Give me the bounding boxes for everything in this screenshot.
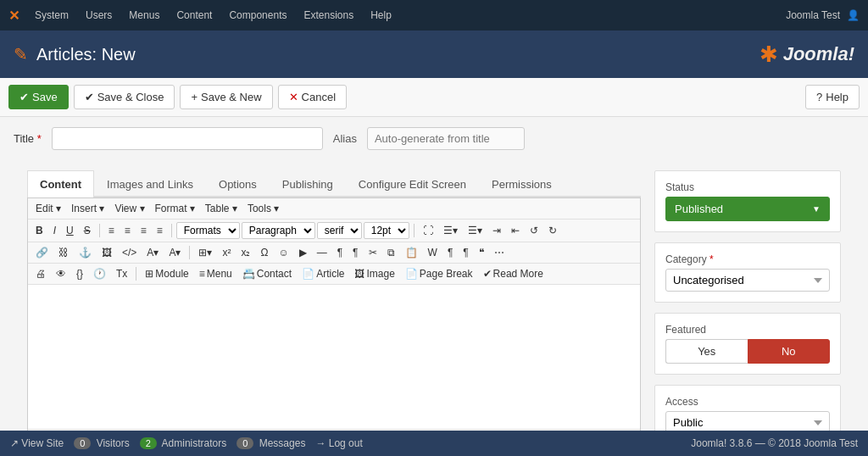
editor-menu-tools[interactable]: Tools ▾ <box>243 201 283 216</box>
formats-select[interactable]: Formats <box>176 222 240 239</box>
indent-button[interactable]: ⇥ <box>488 223 505 238</box>
align-center-button[interactable]: ≡ <box>120 223 135 238</box>
show-blocks-button[interactable]: ¶ <box>443 245 457 260</box>
page-break-button[interactable]: 📄 Page Break <box>401 266 477 281</box>
media-button[interactable]: ▶ <box>295 245 311 260</box>
tab-publishing[interactable]: Publishing <box>270 170 346 197</box>
tab-options[interactable]: Options <box>206 170 270 197</box>
joomla-brand-icon[interactable]: ✕ <box>8 8 19 24</box>
help-button[interactable]: ? Help <box>805 85 860 109</box>
image-insert-button[interactable]: 🖼 <box>97 245 116 260</box>
image-button[interactable]: 🖼 Image <box>350 266 398 281</box>
emoticons-button[interactable]: ☺ <box>274 245 292 260</box>
save-button[interactable]: ✔ Save <box>8 85 69 109</box>
quote-button[interactable]: ❝ <box>475 245 488 260</box>
clock-button[interactable]: 🕐 <box>89 266 110 281</box>
logout-link[interactable]: → Log out <box>315 437 362 449</box>
article-icon: 📄 <box>302 268 314 280</box>
alias-input[interactable] <box>367 127 525 150</box>
category-required-marker: * <box>709 253 714 265</box>
font-select[interactable]: serif <box>317 222 362 239</box>
subscript-button[interactable]: x₂ <box>236 245 254 260</box>
editor-menu-insert[interactable]: Insert ▾ <box>67 201 108 216</box>
visitors-item[interactable]: 0 Visitors <box>74 437 130 449</box>
tab-content[interactable]: Content <box>27 170 94 197</box>
source-button[interactable]: {} <box>72 266 87 281</box>
ltr-button[interactable]: ¶ <box>333 245 347 260</box>
menu-button[interactable]: ≡ Menu <box>195 266 236 281</box>
rtl-button[interactable]: ¶ <box>348 245 362 260</box>
editor-menu-view[interactable]: View ▾ <box>110 201 148 216</box>
paste-word-button[interactable]: W <box>424 245 442 260</box>
nav-extensions[interactable]: Extensions <box>297 4 360 26</box>
visitors-badge: 0 <box>74 437 91 449</box>
category-select[interactable]: Uncategorised <box>665 269 830 292</box>
fullscreen-button[interactable]: ⛶ <box>419 223 437 238</box>
user-icon[interactable]: 👤 <box>847 9 860 21</box>
article-button[interactable]: 📄 Article <box>298 266 348 281</box>
code-button[interactable]: </> <box>118 245 141 260</box>
edit-article-icon: ✎ <box>14 44 28 64</box>
more-button[interactable]: ⋯ <box>490 245 509 260</box>
read-more-button[interactable]: ✔ Read More <box>479 266 548 281</box>
print-button[interactable]: 🖨 <box>31 266 50 281</box>
nav-users[interactable]: Users <box>79 4 119 26</box>
save-close-button[interactable]: ✔ Save & Close <box>74 85 175 109</box>
nav-menus[interactable]: Menus <box>122 4 166 26</box>
list-bullet-button[interactable]: ☰▾ <box>439 223 462 238</box>
cut-button[interactable]: ✂ <box>364 245 381 260</box>
copy-button[interactable]: ⧉ <box>383 245 399 260</box>
preview-button[interactable]: 👁 <box>52 266 70 281</box>
featured-yes-button[interactable]: Yes <box>665 339 748 364</box>
hr-button[interactable]: — <box>313 245 331 260</box>
paragraph-select[interactable]: Paragraph <box>242 222 315 239</box>
nav-components[interactable]: Components <box>222 4 293 26</box>
admins-item[interactable]: 2 Administrators <box>140 437 226 449</box>
view-site-link[interactable]: ↗ View Site <box>10 437 64 449</box>
editor-menu-row: Edit ▾ Insert ▾ View ▾ Format ▾ Table ▾ … <box>28 198 640 220</box>
title-input[interactable] <box>52 127 323 150</box>
status-select-button[interactable]: Published ▼ <box>665 197 830 221</box>
cancel-button[interactable]: ✕ Cancel <box>278 85 347 109</box>
user-name[interactable]: Joomla Test <box>786 9 840 21</box>
editor-menu-edit[interactable]: Edit ▾ <box>31 201 65 216</box>
module-button[interactable]: ⊞ Module <box>141 266 192 281</box>
strikethrough-button[interactable]: S <box>80 223 95 238</box>
unlink-button[interactable]: ⛓ <box>54 245 73 260</box>
clear-button[interactable]: Tx <box>112 266 131 281</box>
tab-permissions[interactable]: Permissions <box>479 170 565 197</box>
editor-content[interactable] <box>28 285 640 429</box>
align-right-button[interactable]: ≡ <box>136 223 151 238</box>
bold-button[interactable]: B <box>31 223 47 238</box>
align-left-button[interactable]: ≡ <box>104 223 119 238</box>
underline-button[interactable]: U <box>62 223 78 238</box>
tab-images-links[interactable]: Images and Links <box>94 170 206 197</box>
special-chars-button[interactable]: Ω <box>256 245 272 260</box>
contact-button[interactable]: 📇 Contact <box>238 266 296 281</box>
paste-button[interactable]: 📋 <box>401 245 422 260</box>
text-color-button[interactable]: A▾ <box>142 245 163 260</box>
undo-button[interactable]: ↺ <box>526 223 542 238</box>
bg-color-button[interactable]: A▾ <box>164 245 185 260</box>
align-justify-button[interactable]: ≡ <box>153 223 167 238</box>
featured-no-button[interactable]: No <box>748 339 831 364</box>
toolbar-sep-1 <box>99 224 100 237</box>
nav-help[interactable]: Help <box>364 4 398 26</box>
superscript-button[interactable]: x² <box>218 245 235 260</box>
tab-configure-edit-screen[interactable]: Configure Edit Screen <box>346 170 479 197</box>
list-numbered-button[interactable]: ☰▾ <box>464 223 487 238</box>
italic-button[interactable]: I <box>49 223 60 238</box>
link-button[interactable]: 🔗 <box>31 245 53 260</box>
pilcrow-button[interactable]: ¶ <box>459 245 472 260</box>
table-button[interactable]: ⊞▾ <box>194 245 216 260</box>
save-new-button[interactable]: + Save & New <box>180 85 272 109</box>
redo-button[interactable]: ↻ <box>544 223 561 238</box>
messages-item[interactable]: 0 Messages <box>236 437 305 449</box>
editor-menu-format[interactable]: Format ▾ <box>151 201 199 216</box>
nav-content[interactable]: Content <box>170 4 219 26</box>
nav-system[interactable]: System <box>28 4 75 26</box>
size-select[interactable]: 12pt <box>364 222 409 239</box>
anchor-button[interactable]: ⚓ <box>75 245 96 260</box>
outdent-button[interactable]: ⇤ <box>507 223 524 238</box>
editor-menu-table[interactable]: Table ▾ <box>201 201 242 216</box>
